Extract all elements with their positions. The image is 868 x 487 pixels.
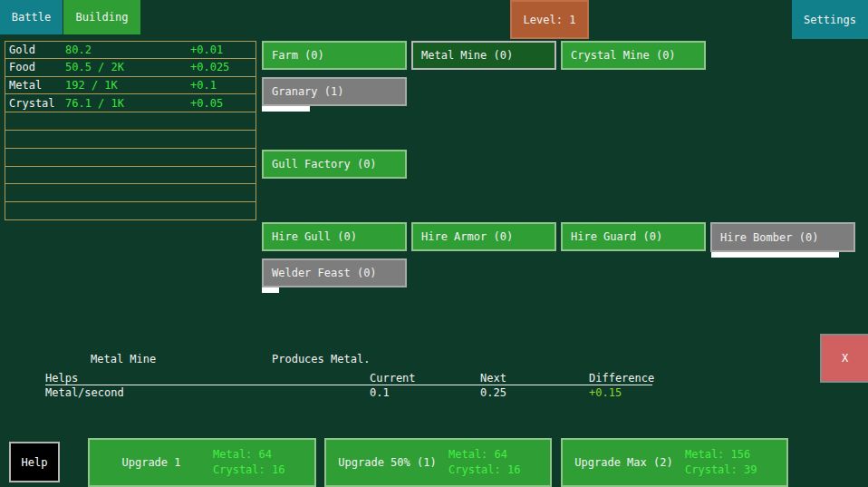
upgrade-max-cost-crystal: Crystal: 39: [685, 463, 786, 478]
resource-name: Gold: [5, 44, 65, 56]
resource-row-empty: [5, 149, 256, 167]
tab-battle[interactable]: Battle: [0, 0, 63, 34]
upgrade-50-label: Upgrade 50% (1): [326, 456, 448, 469]
resource-value: 80.2: [65, 44, 190, 56]
resource-row-gold: Gold 80.2 +0.01: [5, 41, 256, 59]
welder-feast-button[interactable]: Welder Feast (0): [262, 258, 407, 287]
hire-guard-button[interactable]: Hire Guard (0): [561, 222, 706, 251]
crystal-mine-button-label: Crystal Mine (0): [571, 49, 676, 62]
resource-row-empty: [5, 131, 256, 149]
farm-button[interactable]: Farm (0): [262, 41, 407, 70]
tab-battle-label: Battle: [12, 11, 51, 24]
resource-value: 192 / 1K: [65, 79, 190, 92]
level-button[interactable]: Level: 1: [510, 0, 589, 39]
resource-row-empty: [5, 202, 256, 220]
granary-button[interactable]: Granary (1): [262, 77, 407, 106]
metal-mine-button[interactable]: Metal Mine (0): [411, 41, 556, 70]
detail-header-difference: Difference: [589, 372, 654, 385]
upgrade-1-label: Upgrade 1: [90, 456, 213, 469]
granary-progress-fill: [262, 106, 310, 112]
upgrade-1-cost-metal: Metal: 64: [213, 447, 314, 463]
settings-label: Settings: [804, 14, 856, 26]
welder-feast-button-label: Welder Feast (0): [272, 267, 377, 279]
detail-header-current: Current: [370, 372, 416, 385]
metal-mine-button-label: Metal Mine (0): [421, 49, 513, 62]
help-button-label: Help: [22, 456, 48, 469]
detail-row-current-value: 0.1: [370, 386, 390, 399]
settings-button[interactable]: Settings: [792, 0, 868, 39]
granary-button-label: Granary (1): [272, 85, 343, 98]
close-button[interactable]: X: [820, 334, 868, 383]
upgrade-50-cost-crystal: Crystal: 16: [448, 463, 550, 478]
detail-row-difference-value: +0.15: [589, 386, 622, 399]
welder-feast-progress-bar: [262, 287, 407, 293]
detail-row-next-value: 0.25: [480, 386, 506, 399]
upgrade-1-button[interactable]: Upgrade 1 Metal: 64 Crystal: 16: [88, 438, 316, 487]
upgrade-50-costs: Metal: 64 Crystal: 16: [448, 447, 550, 478]
game-screen: Battle Building Level: 1 Settings Gold 8…: [0, 0, 868, 487]
resource-rate: +0.01: [190, 44, 256, 56]
resource-rate: +0.05: [190, 97, 256, 110]
upgrade-max-label: Upgrade Max (2): [563, 456, 685, 469]
upgrade-50-cost-metal: Metal: 64: [448, 447, 550, 463]
hire-gull-button-label: Hire Gull (0): [272, 230, 357, 243]
resource-rate: +0.1: [190, 79, 256, 92]
resource-name: Crystal: [5, 97, 65, 110]
upgrade-max-button[interactable]: Upgrade Max (2) Metal: 156 Crystal: 39: [561, 438, 788, 487]
hire-guard-button-label: Hire Guard (0): [571, 230, 662, 243]
detail-header-underline: [45, 385, 652, 385]
crystal-mine-button[interactable]: Crystal Mine (0): [561, 41, 706, 70]
hire-armor-button-label: Hire Armor (0): [421, 230, 513, 243]
gull-factory-button[interactable]: Gull Factory (0): [262, 150, 407, 179]
resource-value: 76.1 / 1K: [65, 97, 190, 110]
resource-row-empty: [5, 167, 256, 185]
resource-value: 50.5 / 2K: [65, 61, 190, 73]
upgrade-1-costs: Metal: 64 Crystal: 16: [213, 447, 314, 478]
hire-armor-button[interactable]: Hire Armor (0): [411, 222, 556, 251]
upgrade-max-costs: Metal: 156 Crystal: 39: [685, 447, 786, 478]
farm-button-label: Farm (0): [272, 49, 324, 62]
resource-row-metal: Metal 192 / 1K +0.1: [5, 77, 256, 95]
resource-row-empty: [5, 112, 256, 131]
level-label: Level: 1: [524, 14, 576, 26]
welder-feast-progress-fill: [262, 287, 279, 293]
resource-table: Gold 80.2 +0.01 Food 50.5 / 2K +0.025 Me…: [5, 41, 256, 220]
hire-bomber-button-label: Hire Bomber (0): [720, 231, 818, 244]
detail-row-stat-name: Metal/second: [45, 386, 124, 399]
detail-title: Metal Mine: [91, 353, 156, 365]
hire-bomber-progress-bar: [711, 252, 856, 258]
resource-name: Food: [5, 61, 65, 73]
resource-row-crystal: Crystal 76.1 / 1K +0.05: [5, 94, 256, 112]
help-button[interactable]: Help: [9, 442, 60, 482]
hire-gull-button[interactable]: Hire Gull (0): [262, 222, 407, 251]
tab-building-label: Building: [76, 11, 129, 24]
resource-row-empty: [5, 184, 256, 202]
upgrade-1-cost-crystal: Crystal: 16: [213, 463, 314, 478]
resource-rate: +0.025: [190, 61, 256, 73]
detail-header-next: Next: [480, 372, 506, 385]
hire-bomber-progress-fill: [711, 252, 839, 258]
detail-description: Produces Metal.: [272, 353, 370, 365]
hire-bomber-button[interactable]: Hire Bomber (0): [710, 222, 855, 252]
granary-progress-bar: [262, 106, 407, 112]
close-icon: X: [842, 352, 848, 365]
gull-factory-button-label: Gull Factory (0): [272, 158, 377, 170]
upgrade-50-button[interactable]: Upgrade 50% (1) Metal: 64 Crystal: 16: [324, 438, 552, 487]
tab-building[interactable]: Building: [63, 0, 140, 34]
resource-row-food: Food 50.5 / 2K +0.025: [5, 59, 256, 77]
resource-name: Metal: [5, 79, 65, 92]
detail-header-helps: Helps: [45, 372, 78, 385]
upgrade-max-cost-metal: Metal: 156: [685, 447, 786, 463]
